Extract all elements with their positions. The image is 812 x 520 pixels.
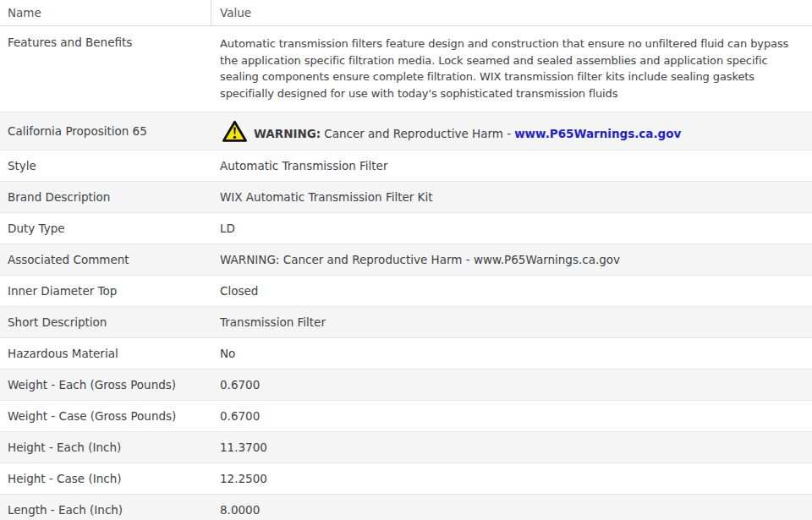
row-value: WIX Automatic Transmission Filter Kit [211, 190, 812, 204]
warning-triangle-icon [222, 119, 248, 143]
row-value: LD [211, 222, 812, 235]
row-name: Height - Case (Inch) [0, 472, 211, 485]
row-name: Weight - Case (Gross Pounds) [0, 409, 211, 423]
warning-text: Cancer and Reproductive Harm - [324, 127, 511, 140]
row-name: Length - Each (Inch) [0, 503, 211, 517]
table-row-style: Style Automatic Transmission Filter [0, 151, 812, 182]
row-value: WARNING: Cancer and Reproductive Harm - … [211, 253, 812, 266]
table-row-hazardous-material: Hazardous Material No [0, 338, 812, 369]
table-row-associated-comment: Associated Comment WARNING: Cancer and R… [0, 244, 812, 276]
row-value: Automatic transmission filters feature d… [211, 26, 812, 101]
row-name: Inner Diameter Top [0, 284, 211, 298]
row-name: California Proposition 65 [0, 124, 211, 138]
row-value: 8.0000 [211, 503, 812, 517]
row-name: Brand Description [0, 190, 211, 204]
table-row-california-proposition-65: California Proposition 65 WARNING:Cancer… [0, 112, 812, 151]
table-row-brand-description: Brand Description WIX Automatic Transmis… [0, 182, 812, 213]
row-name: Weight - Each (Gross Pounds) [0, 378, 211, 391]
product-spec-table: Name Value Features and Benefits Automat… [0, 0, 812, 520]
table-row-features-and-benefits: Features and Benefits Automatic transmis… [0, 26, 812, 112]
table-row-height-case: Height - Case (Inch) 12.2500 [0, 463, 812, 495]
row-name: Features and Benefits [0, 26, 211, 49]
row-value: 0.6700 [211, 409, 812, 423]
column-header-value: Value [211, 0, 812, 25]
row-name: Style [0, 159, 211, 172]
table-row-short-description: Short Description Transmission Filter [0, 307, 812, 338]
row-value: No [211, 347, 812, 360]
row-value: Closed [211, 284, 812, 298]
row-value: 12.2500 [211, 472, 812, 485]
table-row-weight-case: Weight - Case (Gross Pounds) 0.6700 [0, 401, 812, 432]
column-header-name-label: Name [8, 6, 41, 19]
column-header-name: Name [0, 0, 211, 25]
row-value: Transmission Filter [211, 315, 812, 329]
table-row-duty-type: Duty Type LD [0, 213, 812, 244]
row-name: Hazardous Material [0, 347, 211, 360]
row-value: WARNING:Cancer and Reproductive Harm -ww… [211, 119, 812, 143]
row-value: 0.6700 [211, 378, 812, 391]
row-name: Height - Each (Inch) [0, 441, 211, 454]
table-row-height-each: Height - Each (Inch) 11.3700 [0, 432, 812, 463]
row-name: Short Description [0, 315, 211, 329]
table-row-weight-each: Weight - Each (Gross Pounds) 0.6700 [0, 369, 812, 401]
row-value: Automatic Transmission Filter [211, 159, 812, 172]
warning-label: WARNING: [254, 127, 321, 140]
p65-warning-text-group: WARNING:Cancer and Reproductive Harm -ww… [248, 127, 681, 140]
row-name: Associated Comment [0, 253, 211, 266]
p65-warnings-link[interactable]: www.P65Warnings.ca.gov [514, 127, 681, 140]
table-row-length-each: Length - Each (Inch) 8.0000 [0, 495, 812, 520]
row-value: 11.3700 [211, 441, 812, 454]
table-header-row: Name Value [0, 0, 812, 26]
column-header-value-label: Value [220, 6, 251, 19]
table-row-inner-diameter-top: Inner Diameter Top Closed [0, 276, 812, 307]
row-name: Duty Type [0, 222, 211, 235]
